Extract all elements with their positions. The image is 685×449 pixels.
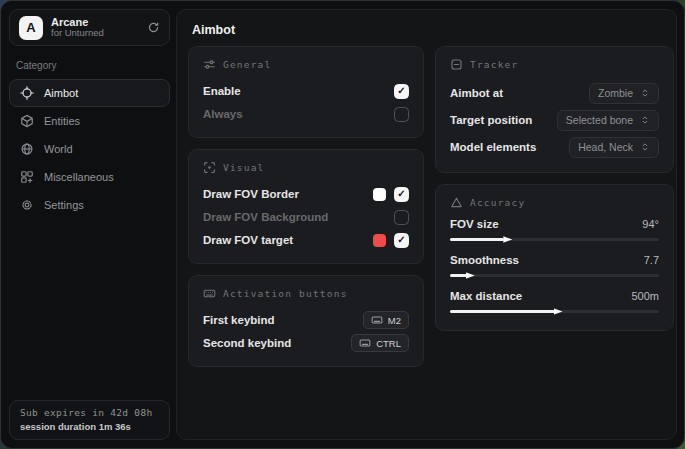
main-panel: Aimbot General Enable	[176, 9, 677, 440]
sidebar-item-settings[interactable]: Settings	[9, 191, 170, 219]
slider-value: 94°	[642, 218, 659, 230]
app-header: A Arcane for Unturned	[9, 9, 170, 46]
setting-row-fov-size: FOV size 94°	[450, 218, 659, 244]
sidebar-item-entities[interactable]: Entities	[9, 107, 170, 135]
tracker-card: Tracker Aimbot at Zombie	[435, 46, 674, 173]
setting-label: Draw FOV target	[203, 234, 293, 246]
max-distance-slider[interactable]	[450, 307, 659, 316]
card-title: Tracker	[470, 59, 518, 70]
sidebar-item-aimbot[interactable]: Aimbot	[9, 79, 170, 107]
fov-size-slider[interactable]	[450, 235, 659, 244]
fov-background-checkbox[interactable]	[394, 210, 409, 225]
grid-icon	[20, 170, 34, 184]
visual-card: Visual Draw FOV Border Draw FOV Backgrou…	[188, 149, 424, 264]
subscription-box: Sub expires in 42d 08h session duration …	[9, 400, 170, 440]
cube-icon	[20, 114, 34, 128]
slider-track	[450, 274, 659, 277]
card-title: General	[223, 59, 271, 70]
setting-row-enable: Enable	[203, 80, 409, 102]
app-logo: A	[19, 16, 43, 40]
model-elements-dropdown[interactable]: Head, Neck	[569, 137, 659, 158]
card-title: Activation buttons	[223, 288, 348, 299]
setting-row-first-keybind: First keybind M2	[203, 309, 409, 331]
enable-checkbox[interactable]	[394, 84, 409, 99]
setting-label: First keybind	[203, 314, 275, 326]
activation-card: Activation buttons First keybind M2	[188, 275, 424, 367]
setting-label: Second keybind	[203, 337, 291, 349]
slider-thumb[interactable]	[450, 238, 504, 241]
setting-label: Draw FOV Border	[203, 188, 299, 200]
fov-border-checkbox[interactable]	[394, 187, 409, 202]
scan-eye-icon	[203, 161, 216, 174]
sidebar-item-label: Entities	[44, 115, 80, 127]
setting-label: Smoothness	[450, 254, 519, 266]
setting-row-max-distance: Max distance 500m	[450, 290, 659, 316]
second-keybind-button[interactable]: CTRL	[351, 334, 409, 352]
setting-label: Draw FOV Background	[203, 211, 328, 223]
sidebar: A Arcane for Unturned Category Aimbot	[9, 9, 170, 440]
triangle-icon	[450, 196, 463, 209]
sidebar-item-label: Miscellaneous	[44, 171, 114, 183]
slider-value: 500m	[631, 290, 659, 302]
color-swatch[interactable]	[373, 234, 386, 247]
setting-row-target-position: Target position Selected bone	[450, 107, 659, 133]
keyboard-icon	[359, 337, 371, 349]
setting-row-second-keybind: Second keybind CTRL	[203, 332, 409, 354]
accuracy-card: Accuracy FOV size 94°	[435, 184, 674, 331]
setting-label: Target position	[450, 114, 532, 126]
card-title: Visual	[223, 162, 265, 173]
card-title: Accuracy	[470, 197, 525, 208]
dropdown-value: Head, Neck	[578, 141, 633, 153]
crosshair-icon	[20, 86, 34, 100]
setting-row-aimbot-at: Aimbot at Zombie	[450, 80, 659, 106]
gear-icon	[20, 198, 34, 212]
session-duration: session duration 1m 36s	[20, 421, 159, 432]
setting-label: Enable	[203, 85, 241, 97]
app-title-block: Arcane for Unturned	[51, 16, 139, 40]
setting-row-fov-background: Draw FOV Background	[203, 206, 409, 228]
setting-row-fov-border: Draw FOV Border	[203, 183, 409, 205]
sidebar-item-label: World	[44, 143, 73, 155]
setting-row-model-elements: Model elements Head, Neck	[450, 134, 659, 160]
tracker-icon	[450, 58, 463, 71]
sidebar-item-label: Settings	[44, 199, 84, 211]
app-subtitle: for Unturned	[51, 28, 139, 39]
chevrons-up-down-icon	[640, 115, 650, 125]
sidebar-nav: Aimbot Entities World	[9, 79, 170, 219]
dropdown-value: Selected bone	[566, 114, 633, 126]
category-label: Category	[16, 60, 170, 71]
smoothness-slider[interactable]	[450, 271, 659, 280]
slider-thumb[interactable]	[450, 274, 467, 277]
setting-label: Max distance	[450, 290, 522, 302]
dropdown-value: Zombie	[598, 87, 633, 99]
sidebar-item-label: Aimbot	[44, 87, 78, 99]
keyboard-icon	[203, 287, 216, 300]
sidebar-item-miscellaneous[interactable]: Miscellaneous	[9, 163, 170, 191]
setting-label: Always	[203, 108, 243, 120]
keybind-value: CTRL	[376, 338, 401, 349]
fov-target-checkbox[interactable]	[394, 233, 409, 248]
setting-label: Model elements	[450, 141, 536, 153]
page-title: Aimbot	[192, 23, 676, 37]
keybind-value: M2	[388, 315, 401, 326]
general-card: General Enable Always	[188, 46, 424, 138]
color-swatch[interactable]	[373, 188, 386, 201]
globe-icon	[20, 142, 34, 156]
setting-label: FOV size	[450, 218, 499, 230]
slider-value: 7.7	[644, 254, 659, 266]
setting-row-smoothness: Smoothness 7.7	[450, 254, 659, 280]
slider-thumb[interactable]	[450, 310, 555, 313]
refresh-icon[interactable]	[147, 21, 160, 34]
chevrons-up-down-icon	[640, 88, 650, 98]
first-keybind-button[interactable]: M2	[363, 311, 409, 329]
setting-label: Aimbot at	[450, 87, 503, 99]
target-position-dropdown[interactable]: Selected bone	[557, 110, 659, 131]
setting-row-always: Always	[203, 103, 409, 125]
sidebar-item-world[interactable]: World	[9, 135, 170, 163]
app-window: A Arcane for Unturned Category Aimbot	[0, 0, 685, 449]
chevrons-up-down-icon	[640, 142, 650, 152]
aimbot-at-dropdown[interactable]: Zombie	[589, 83, 659, 104]
always-checkbox[interactable]	[394, 107, 409, 122]
keyboard-icon	[371, 314, 383, 326]
setting-row-fov-target: Draw FOV target	[203, 229, 409, 251]
